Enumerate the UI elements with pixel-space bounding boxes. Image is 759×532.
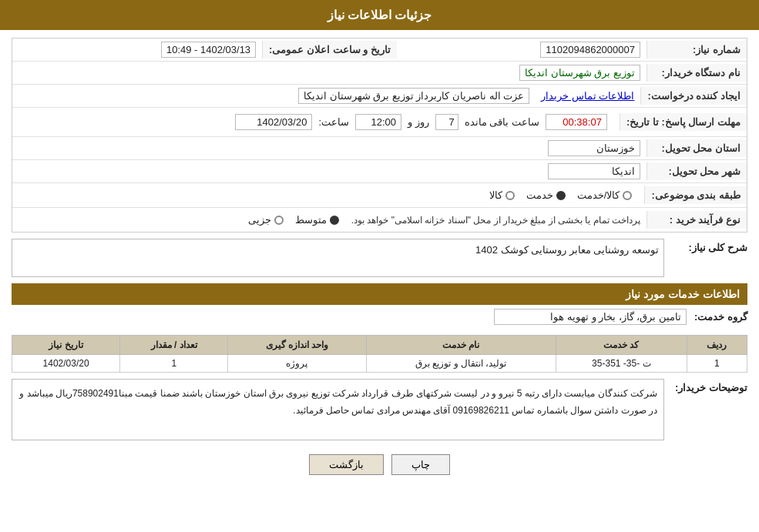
announcement-value: 1402/03/13 - 10:49 [12, 38, 262, 61]
announcement-field: 1402/03/13 - 10:49 [161, 42, 256, 58]
category-radio-group: کالا/خدمت خدمت کالا [18, 186, 638, 204]
city-field: اندیکا [548, 163, 640, 179]
main-content: شماره نیاز: 1102094862000007 تاریخ و ساع… [0, 30, 759, 490]
page-container: جزئیات اطلاعات نیاز شماره نیاز: 11020948… [0, 0, 759, 532]
days-field: 7 [435, 114, 458, 130]
province-row: استان محل تحویل: خوزستان [12, 137, 747, 160]
radio-khedmat-icon [556, 191, 566, 200]
remaining-label: ساعت باقی مانده [465, 116, 539, 128]
need-number-field: 1102094862000007 [540, 42, 640, 58]
city-row: شهر محل تحویل: اندیکا [12, 160, 747, 183]
radio-motavasset-icon [330, 216, 339, 225]
service-group-row: گروه خدمت: تامین برق، گاز، بخار و تهویه … [12, 305, 747, 329]
category-option-label-kala-khedmat: کالا/خدمت [577, 189, 620, 201]
category-option-kala[interactable]: کالا [489, 189, 515, 201]
purchase-note: پرداخت تمام یا بخشی از مبلغ خریدار از مح… [351, 215, 640, 226]
col-header-name: نام خدمت [366, 336, 556, 355]
creator-field: عزت اله ناصریان کاربرداز توزیع برق شهرست… [298, 88, 529, 104]
category-option-label-kala: کالا [489, 189, 502, 201]
purchase-option-jozi[interactable]: جزیی [248, 214, 284, 226]
purchase-option-label-motavasset: متوسط [295, 214, 327, 226]
col-header-row: ردیف [687, 336, 747, 355]
remaining-field: 00:38:07 [546, 114, 607, 130]
buttons-row: چاپ بازگشت [12, 447, 747, 483]
purchase-option-motavasset[interactable]: متوسط [295, 214, 339, 226]
deadline-values: 00:38:07 ساعت باقی مانده 7 روز و 12:00 س… [12, 108, 620, 136]
notes-label: توضیحات خریدار: [670, 379, 747, 393]
services-section-title: اطلاعات خدمات مورد نیاز [12, 283, 747, 305]
province-field: خوزستان [548, 140, 640, 156]
description-field: توسعه روشنایی معابر روستایی کوشک 1402 [12, 239, 664, 277]
cell-name: تولید، انتقال و توزیع برق [366, 355, 556, 373]
buyer-field: توزیع برق شهرستان اندیکا [519, 65, 640, 81]
time-field: 12:00 [355, 114, 401, 130]
buyer-row: نام دستگاه خریدار: توزیع برق شهرستان اند… [12, 62, 747, 85]
col-header-code: کد خدمت [556, 336, 687, 355]
need-number-label: شماره نیاز: [646, 41, 747, 59]
notes-value: شرکت کنندگان میابست دارای رتبه 5 نیرو و … [12, 379, 664, 440]
category-option-label-khedmat: خدمت [526, 189, 553, 201]
notes-section: توضیحات خریدار: شرکت کنندگان میابست دارا… [12, 379, 747, 440]
province-value: خوزستان [12, 137, 646, 159]
creator-label: ایجاد کننده درخواست: [640, 87, 747, 105]
print-button[interactable]: چاپ [391, 454, 450, 475]
creator-value: اطلاعات تماس خریدار عزت اله ناصریان کارب… [12, 85, 640, 107]
cell-code: ت -35- 351-35 [556, 355, 687, 373]
deadline-row: مهلت ارسال پاسخ: تا تاریخ: 00:38:07 ساعت… [12, 108, 747, 137]
purchase-radio-group: متوسط جزیی [242, 211, 345, 229]
purchase-option-label-jozi: جزیی [248, 214, 271, 226]
need-number-row: شماره نیاز: 1102094862000007 تاریخ و ساع… [12, 38, 747, 62]
buyer-value: توزیع برق شهرستان اندیکا [12, 62, 646, 84]
notes-field: شرکت کنندگان میابست دارای رتبه 5 نیرو و … [12, 379, 664, 440]
radio-jozi-icon [274, 216, 284, 225]
purchase-type-row: نوع فرآیند خرید : پرداخت تمام یا بخشی از… [12, 208, 747, 232]
cell-row: 1 [687, 355, 747, 373]
radio-kala-icon [505, 191, 515, 200]
category-option-kala-khedmat[interactable]: کالا/خدمت [577, 189, 633, 201]
description-label: شرح کلی نیاز: [670, 239, 747, 253]
city-label: شهر محل تحویل: [646, 162, 747, 180]
time-label: ساعت: [318, 116, 349, 128]
deadline-date-field: 1402/03/20 [235, 114, 312, 130]
col-header-unit: واحد اندازه گیری [228, 336, 366, 355]
page-title: جزئیات اطلاعات نیاز [327, 8, 432, 22]
category-label: طبقه بندی موضوعی: [644, 186, 747, 204]
table-header-row: ردیف کد خدمت نام خدمت واحد اندازه گیری ت… [12, 336, 747, 355]
col-header-date: تاریخ نیاز [12, 336, 120, 355]
radio-kala-khedmat-icon [623, 191, 632, 200]
announcement-label: تاریخ و ساعت اعلان عمومی: [262, 41, 397, 59]
creator-link[interactable]: اطلاعات تماس خریدار [541, 90, 634, 102]
page-header: جزئیات اطلاعات نیاز [0, 0, 759, 30]
deadline-date-row: 00:38:07 ساعت باقی مانده 7 روز و 12:00 س… [18, 111, 613, 133]
description-value: توسعه روشنایی معابر روستایی کوشک 1402 [12, 239, 664, 277]
purchase-type-label: نوع فرآیند خرید : [646, 211, 747, 229]
cell-quantity: 1 [120, 355, 228, 373]
col-header-quantity: تعداد / مقدار [120, 336, 228, 355]
creator-row: ایجاد کننده درخواست: اطلاعات تماس خریدار… [12, 85, 747, 108]
deadline-label: مهلت ارسال پاسخ: تا تاریخ: [620, 113, 747, 131]
buyer-label: نام دستگاه خریدار: [646, 64, 747, 82]
cell-unit: پروژه [228, 355, 366, 373]
basic-info-section: شماره نیاز: 1102094862000007 تاریخ و ساع… [12, 38, 747, 233]
service-group-label: گروه خدمت: [694, 311, 747, 323]
days-label: روز و [408, 116, 429, 128]
service-group-field: تامین برق، گاز، بخار و تهویه هوا [494, 309, 687, 325]
back-button[interactable]: بازگشت [309, 454, 384, 475]
province-label: استان محل تحویل: [646, 139, 747, 157]
cell-date: 1402/03/20 [12, 355, 120, 373]
city-value: اندیکا [12, 160, 646, 182]
table-row: 1 ت -35- 351-35 تولید، انتقال و توزیع بر… [12, 355, 747, 373]
description-section: شرح کلی نیاز: توسعه روشنایی معابر روستای… [12, 239, 747, 277]
purchase-type-value: پرداخت تمام یا بخشی از مبلغ خریدار از مح… [12, 208, 646, 232]
need-number-value: 1102094862000007 [397, 38, 646, 61]
category-option-khedmat[interactable]: خدمت [526, 189, 566, 201]
services-table: ردیف کد خدمت نام خدمت واحد اندازه گیری ت… [12, 335, 747, 373]
category-value: کالا/خدمت خدمت کالا [12, 183, 644, 207]
category-row: طبقه بندی موضوعی: کالا/خدمت خدمت [12, 183, 747, 208]
